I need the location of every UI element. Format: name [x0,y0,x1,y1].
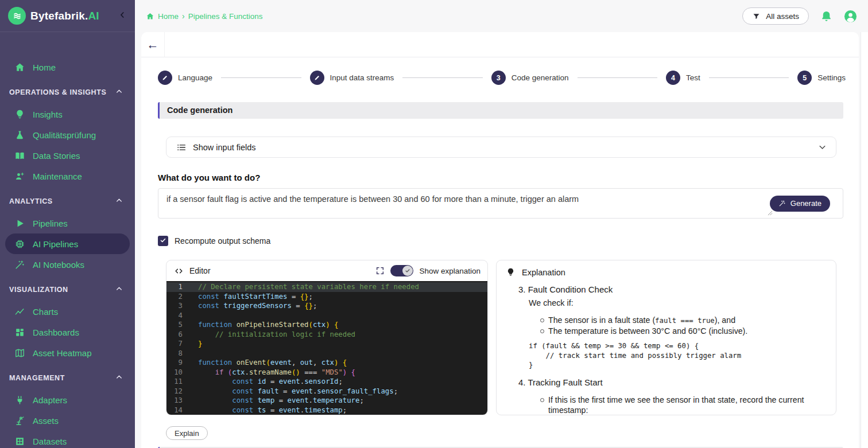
step-label: Settings [817,73,846,82]
code-line[interactable]: 7} [166,339,487,349]
breadcrumb: Home › Pipelines & Functions [146,11,263,21]
play-icon [14,217,25,229]
sidebar-section-label: ANALYTICS [9,197,53,205]
top-actions: All assets [742,7,857,25]
show-explanation-toggle[interactable] [390,265,413,276]
scrollbar-track[interactable] [861,32,868,448]
step-language[interactable]: Language [158,71,212,85]
sidebar-section-analytics[interactable]: ANALYTICS [0,194,135,208]
code-line[interactable]: 14 const ts = event.timestamp; [166,406,487,415]
chip-icon [14,238,25,250]
flask-icon [14,129,25,141]
breadcrumb-current[interactable]: Pipelines & Functions [188,12,263,21]
sidebar-item-pipelines[interactable]: Pipelines [5,213,130,233]
table-icon [14,435,25,447]
workspace: Editor Show explanation 1// Declare pers… [166,260,836,415]
checkmark-icon [405,266,410,276]
code-line[interactable]: 8 [166,349,487,359]
sidebar-section-visualization[interactable]: VISUALIZATION [0,283,135,297]
fullscreen-icon[interactable] [375,266,385,275]
sidebar-section-label: OPERATIONS & INSIGHTS [9,88,106,96]
prompt-label: What do you want to do? [158,173,859,182]
code-line[interactable]: 11 const id = event.sensorId; [166,377,487,387]
code-editor[interactable]: 1// Declare persistent state variables h… [166,281,487,415]
explanation-paragraph: We check if: [529,298,827,307]
code-line[interactable]: 5function onPipelineStarted(ctx) { [166,320,487,330]
explain-button[interactable]: Explain [166,426,208,440]
back-row: ← [141,32,859,57]
explanation-header: Explanation [506,267,827,277]
resize-handle-icon[interactable] [768,211,773,216]
step-code-generation[interactable]: 3Code generation [491,71,569,85]
code-line[interactable]: 10 if (ctx.streamName() === "MDS") { [166,368,487,377]
sidebar-item-label: Datasets [33,437,67,446]
chevron-left-icon [118,10,127,22]
chevron-down-icon[interactable] [817,142,827,152]
sidebar-item-ai-notebooks[interactable]: AI Notebooks [5,254,130,275]
sidebar-item-adapters[interactable]: Adapters [5,389,130,410]
explanation-bullet: The sensor is in a fault state (fault ==… [540,315,827,326]
step-input-data-streams[interactable]: Input data streams [310,71,394,85]
code-line[interactable]: 4 [166,311,487,321]
sidebar-item-data-stories[interactable]: Data Stories [5,145,130,166]
sidebar-collapse-button[interactable] [118,10,127,22]
notifications-bell-icon[interactable] [820,10,833,23]
step-marker: 3 [491,71,506,85]
breadcrumb-separator: › [182,11,185,21]
sidebar-section-operations-insights[interactable]: OPERATIONS & INSIGHTS [0,85,135,99]
all-assets-button[interactable]: All assets [742,7,809,25]
recompute-label: Recompute output schema [175,236,270,246]
chevron-up-icon [115,196,123,207]
recompute-checkbox[interactable] [158,236,168,246]
code-line[interactable]: 2const faultStartTimes = {}; [166,292,487,302]
show-input-fields-expander[interactable]: Show input fields [166,137,836,158]
code-line[interactable]: 12 const fault = event.sensor_fault_flag… [166,387,487,396]
step-label: Input data streams [330,73,394,82]
sidebar-item-datasets[interactable]: Datasets [5,431,130,448]
step-marker: 4 [666,71,680,85]
line-number: 14 [166,406,183,415]
sidebar-item-qualitätsprüfung[interactable]: Qualitätsprüfung [5,124,130,145]
code-line[interactable]: 1// Declare persistent state variables h… [166,282,487,292]
step-connector [221,77,301,78]
lightbulb-icon [14,108,25,120]
back-arrow-icon: ← [147,38,159,52]
step-label: Test [686,73,700,82]
prompt-textarea[interactable] [158,189,778,218]
breadcrumb-home-link[interactable]: Home [158,12,179,21]
sidebar-item-label: Home [33,63,56,72]
sidebar-item-home[interactable]: Home [5,57,130,77]
sidebar-item-dashboards[interactable]: Dashboards [5,322,130,342]
code-line[interactable]: 3const triggeredSensors = {}; [166,301,487,311]
sidebar-item-insights[interactable]: Insights [5,104,130,124]
editor-header: Editor Show explanation [166,260,487,281]
sidebar-section-label: VISUALIZATION [9,286,68,294]
prompt-box: Generate [158,188,843,219]
sidebar-section-management[interactable]: MANAGEMENT [0,371,135,385]
sidebar-item-maintenance[interactable]: Maintenance [5,166,130,186]
code-generation-section-header: Code generation [158,102,843,119]
chart-line-icon [14,306,25,317]
show-input-fields-label: Show input fields [193,143,256,152]
sidebar-item-asset-heatmap[interactable]: Asset Heatmap [5,342,130,363]
user-avatar[interactable] [844,10,857,23]
generate-button[interactable]: Generate [770,196,830,212]
home-icon [146,12,154,21]
editor-title: Editor [189,266,211,275]
code-line[interactable]: 13 const temp = event.temperature; [166,396,487,406]
brand-title: Bytefabrik.AI [30,10,99,22]
line-number: 6 [166,330,183,340]
sidebar-item-charts[interactable]: Charts [5,301,130,322]
back-button[interactable]: ← [141,32,165,57]
step-settings[interactable]: 5Settings [797,71,846,85]
sidebar-section-label: MANAGEMENT [9,374,65,382]
step-test[interactable]: 4Test [666,71,700,85]
sidebar-item-assets[interactable]: Assets [5,410,130,431]
sidebar-item-ai-pipelines[interactable]: AI Pipelines [5,233,130,254]
line-number: 10 [166,368,183,377]
code-line[interactable]: 6 // initialization logic if needed [166,330,487,340]
content-card: ← LanguageInput data streams3Code genera… [141,32,859,448]
chevron-up-icon [115,285,123,295]
line-number: 13 [166,396,183,406]
code-line[interactable]: 9function onEvent(event, out, ctx) { [166,358,487,368]
